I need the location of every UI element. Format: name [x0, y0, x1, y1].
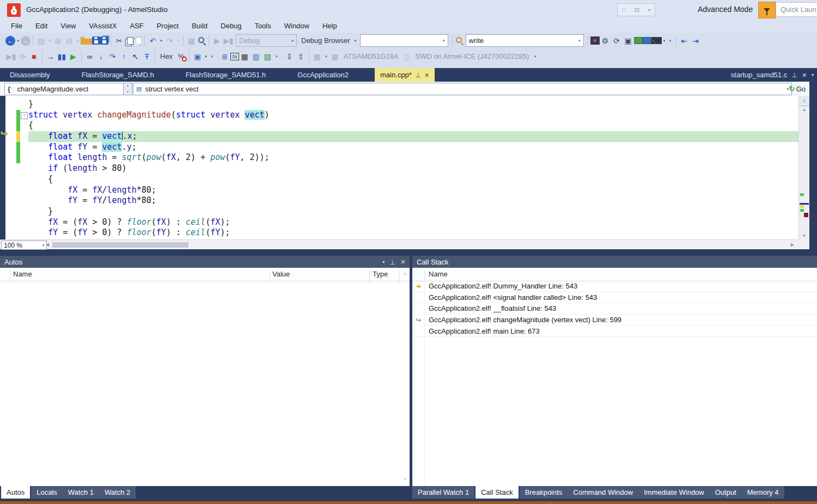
memory-view-icon[interactable]: ▣: [192, 51, 203, 63]
pin-icon[interactable]: ⊤: [416, 71, 421, 78]
tab-immediate-window[interactable]: Immediate Window: [638, 486, 710, 499]
autos-title-bar[interactable]: Autos ▾ ⊤ ×: [0, 256, 410, 268]
scroll-up-icon[interactable]: ▲: [799, 106, 809, 114]
callstack-row[interactable]: GccApplication2.elf! <signal handler cal…: [412, 292, 817, 304]
go-button[interactable]: ↻ Go: [789, 83, 806, 95]
toolbar-overflow-icon[interactable]: ▾: [667, 35, 674, 47]
run-to-icon[interactable]: ▶▮: [223, 35, 234, 47]
registers-icon[interactable]: ≣: [219, 51, 230, 63]
solution-config-combo[interactable]: Debug▾: [236, 34, 297, 47]
save-icon[interactable]: [92, 36, 100, 45]
chevron-down-icon[interactable]: ▾: [291, 39, 294, 43]
redo-dropdown[interactable]: ▾: [175, 39, 181, 43]
code-line[interactable]: if (length > 80): [5, 163, 798, 174]
toolbar-overflow-icon-3[interactable]: ▾: [323, 51, 330, 63]
tab-startup-samd51-c[interactable]: startup_samd51.c ⊤ × ▾: [731, 68, 814, 82]
memory-image-icon[interactable]: ▧: [262, 51, 273, 63]
step-over-icon[interactable]: ↷: [107, 51, 118, 63]
debug-browser-address-combo[interactable]: ▾: [360, 34, 448, 47]
copy-icon[interactable]: [127, 37, 133, 45]
collapse-toggle[interactable]: −: [21, 112, 28, 119]
callstack-row[interactable]: ↪GccApplication2.elf! changeMagnitude (v…: [412, 315, 817, 326]
checkout-dropdown[interactable]: ▾: [75, 39, 81, 43]
chevron-down-icon[interactable]: ▾: [443, 39, 445, 43]
grid-icon[interactable]: ∷: [622, 7, 626, 14]
cursor-icon[interactable]: ↖: [130, 51, 141, 63]
tab-breakpoints[interactable]: Breakpoints: [520, 486, 568, 499]
tab-flashstorage-samd51-h[interactable]: FlashStorage_SAMD51.h: [180, 68, 271, 82]
cut-icon[interactable]: ✂: [113, 35, 125, 47]
quickwatch-icon[interactable]: ∞: [84, 51, 95, 63]
tab-watch-1[interactable]: Watch 1: [63, 486, 99, 499]
code-line[interactable]: {: [5, 174, 798, 185]
toolbar-overflow-icon-4[interactable]: ▾: [532, 51, 538, 63]
toolbar-overflow-icon-1[interactable]: ▾: [209, 51, 215, 63]
column-header-value[interactable]: Value: [272, 270, 290, 278]
debug-browser-dropdown[interactable]: ▾: [353, 39, 358, 43]
hex-display-icon[interactable]: 0x: [230, 53, 239, 60]
tab-gccapplication2[interactable]: GccApplication2: [292, 68, 354, 82]
restart-debug-icon[interactable]: ⟳: [17, 51, 28, 63]
toggle-breakpoint-icon[interactable]: %: [175, 51, 187, 63]
paste-icon[interactable]: [136, 37, 142, 45]
chevron-down-icon[interactable]: ▾: [578, 39, 581, 43]
scroll-left-icon[interactable]: ◀: [46, 242, 49, 247]
toolbar-overflow-icon-2[interactable]: ▾: [273, 51, 280, 63]
spinner-up-icon[interactable]: ▲: [124, 83, 132, 89]
code-line[interactable]: fY = fY/length*80;: [5, 195, 798, 206]
code-line[interactable]: fY = (fY > 0) ? floor(fY) : ceil(fY);: [5, 228, 798, 238]
mode-filter-button[interactable]: [758, 2, 776, 19]
verify-device-icon[interactable]: ⇧: [295, 51, 307, 63]
redo-icon[interactable]: ↷: [164, 35, 175, 47]
tab-call-stack[interactable]: Call Stack: [475, 486, 519, 499]
tools-wrench-icon[interactable]: ⚙: [600, 35, 611, 47]
call-stack-title-bar[interactable]: Call Stack: [412, 256, 817, 268]
add-new-item-icon[interactable]: ⊞: [52, 35, 64, 47]
menu-item-help[interactable]: Help: [316, 20, 344, 33]
new-project-icon[interactable]: ▤: [35, 35, 47, 47]
pin-icon[interactable]: ⊤: [390, 259, 395, 266]
tab-parallel-watch-1[interactable]: Parallel Watch 1: [412, 486, 474, 499]
nav-back-icon[interactable]: ←: [5, 36, 15, 46]
undo-icon[interactable]: ↶: [147, 35, 158, 47]
code-line[interactable]: fX = fX/length*80;: [5, 185, 798, 196]
device-chip-icon[interactable]: ▦: [330, 51, 341, 63]
callstack-row[interactable]: GccApplication2.elf! __floatsisf Line: 5…: [412, 303, 817, 315]
menu-item-vassistx[interactable]: VAssistX: [82, 20, 123, 33]
autos-column-headers[interactable]: Name Value Type: [0, 268, 410, 281]
step-out-icon[interactable]: ↑: [118, 51, 130, 63]
scope-spinner[interactable]: ▲ ▼: [123, 83, 132, 95]
menu-item-asf[interactable]: ASF: [123, 20, 150, 33]
code-editor[interactable]: }−struct vertex changeMagnitude(struct v…: [5, 96, 798, 239]
tab-autos[interactable]: Autos: [1, 486, 30, 499]
tab-watch-2[interactable]: Watch 2: [99, 486, 136, 499]
split-editor-handle[interactable]: ↕: [799, 96, 809, 106]
history-icon[interactable]: ⟳: [611, 35, 623, 47]
menu-item-project[interactable]: Project: [150, 20, 185, 33]
menu-item-view[interactable]: View: [54, 20, 82, 33]
tab-disassembly[interactable]: Disassembly: [4, 68, 56, 82]
menu-item-build[interactable]: Build: [185, 20, 214, 33]
checkout-icon[interactable]: ⊟: [64, 35, 75, 47]
find-icon[interactable]: [455, 36, 464, 45]
continue-icon[interactable]: ▶: [68, 51, 79, 63]
code-line[interactable]: fX = (fX > 0) ? floor(fX) : ceil(fX);: [5, 217, 798, 228]
terminal-dropdown[interactable]: ▾: [662, 39, 667, 43]
code-line[interactable]: }: [5, 206, 798, 217]
menu-item-edit[interactable]: Edit: [29, 20, 54, 33]
vs-debug-icon[interactable]: ✕: [590, 36, 600, 45]
show-next-statement-icon[interactable]: →: [45, 51, 56, 63]
chevron-down-icon[interactable]: ▾: [42, 243, 44, 248]
io-view-icon[interactable]: ▥: [251, 51, 262, 63]
vertical-scrollbar[interactable]: ↕ ▲ ▼: [798, 96, 809, 239]
menu-item-tools[interactable]: Tools: [248, 20, 277, 33]
step-into-icon[interactable]: ↓: [95, 51, 107, 63]
debugger-probe-icon[interactable]: ▯: [401, 51, 413, 63]
nav-forward-icon[interactable]: →: [21, 36, 31, 46]
pin-icon[interactable]: ⊤: [792, 71, 797, 78]
zoom-icon[interactable]: [197, 36, 206, 45]
device-flash-icon[interactable]: [643, 37, 651, 44]
start-debug-icon[interactable]: ▶▮: [5, 51, 17, 63]
chevron-down-icon[interactable]: ▾: [812, 72, 814, 77]
code-line[interactable]: float fX = vect.x;: [5, 131, 798, 142]
